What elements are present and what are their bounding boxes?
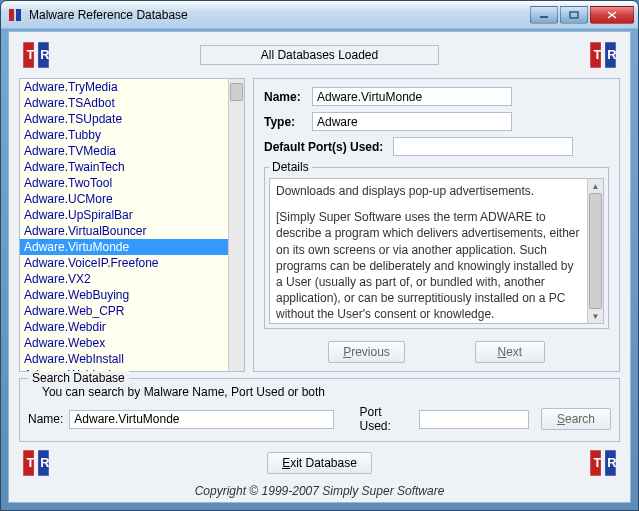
main-content: Adware.TryMediaAdware.TSAdbotAdware.TSUp…	[9, 74, 630, 378]
name-field[interactable]	[312, 87, 512, 106]
maximize-button[interactable]	[560, 6, 588, 24]
logo-bottom-right: TR	[586, 446, 620, 480]
ports-label: Default Port(s) Used:	[264, 140, 383, 154]
logo-top-right: TR	[586, 38, 620, 72]
scroll-down-icon[interactable]: ▼	[588, 309, 603, 323]
copyright-text: Copyright © 1999-2007 Simply Super Softw…	[9, 482, 630, 502]
svg-text:T: T	[593, 455, 601, 470]
previous-button[interactable]: Previous	[328, 341, 405, 363]
svg-rect-2	[540, 16, 548, 18]
list-item[interactable]: Adware.TSUpdate	[20, 111, 228, 127]
client-area: TR All Databases Loaded TR Adware.TryMed…	[8, 31, 631, 503]
close-button[interactable]	[590, 6, 634, 24]
list-item[interactable]: Adware.VX2	[20, 271, 228, 287]
details-textarea[interactable]: Downloads and displays pop-up advertisem…	[270, 179, 587, 323]
svg-rect-3	[570, 12, 578, 18]
window-title: Malware Reference Database	[29, 8, 530, 22]
app-icon	[7, 7, 23, 23]
list-item[interactable]: Adware.Tubby	[20, 127, 228, 143]
list-item[interactable]: Adware.WebBuying	[20, 287, 228, 303]
search-hint: You can search by Malware Name, Port Use…	[42, 385, 611, 399]
svg-text:R: R	[40, 455, 49, 470]
svg-text:R: R	[40, 47, 49, 62]
svg-text:R: R	[607, 455, 616, 470]
app-window: Malware Reference Database TR All Databa…	[0, 0, 639, 511]
status-banner: All Databases Loaded	[200, 45, 439, 65]
search-group: Search Database You can search by Malwar…	[19, 378, 620, 442]
type-label: Type:	[264, 115, 306, 129]
list-item[interactable]: Adware.VirtualBouncer	[20, 223, 228, 239]
window-buttons	[530, 6, 634, 24]
list-item[interactable]: Adware.TVMedia	[20, 143, 228, 159]
list-scrollbar[interactable]	[228, 79, 244, 371]
type-field[interactable]	[312, 112, 512, 131]
malware-listbox[interactable]: Adware.TryMediaAdware.TSAdbotAdware.TSUp…	[20, 79, 228, 371]
details-legend: Details	[269, 160, 312, 174]
search-port-label: Port Used:	[359, 405, 413, 433]
list-item[interactable]: Adware.TwainTech	[20, 159, 228, 175]
detail-pane: Name: Type: Default Port(s) Used: Detail…	[253, 78, 620, 372]
logo-top-left: TR	[19, 38, 53, 72]
titlebar: Malware Reference Database	[1, 1, 638, 29]
malware-list-container: Adware.TryMediaAdware.TSAdbotAdware.TSUp…	[19, 78, 245, 372]
bottom-row: TR Exit Database TR	[9, 446, 630, 482]
list-item[interactable]: Adware.TwoTool	[20, 175, 228, 191]
svg-rect-0	[9, 9, 14, 21]
list-item[interactable]: Adware.UpSpiralBar	[20, 207, 228, 223]
ports-field[interactable]	[393, 137, 573, 156]
exit-button[interactable]: Exit Database	[267, 452, 372, 474]
details-scrollbar-thumb[interactable]	[589, 193, 602, 309]
search-button[interactable]: Search	[541, 408, 611, 430]
list-item[interactable]: Adware.VirtuMonde	[20, 239, 228, 255]
list-item[interactable]: Adware.Webex	[20, 335, 228, 351]
list-scrollbar-thumb[interactable]	[230, 83, 243, 101]
list-item[interactable]: Adware.Web_CPR	[20, 303, 228, 319]
search-name-label: Name:	[28, 412, 63, 426]
svg-text:R: R	[607, 47, 616, 62]
svg-text:T: T	[593, 47, 601, 62]
logo-bottom-left: TR	[19, 446, 53, 480]
name-label: Name:	[264, 90, 306, 104]
scroll-up-icon[interactable]: ▲	[588, 179, 603, 193]
details-scrollbar[interactable]: ▲ ▼	[587, 179, 603, 323]
list-item[interactable]: Adware.UCMore	[20, 191, 228, 207]
details-fieldset: Details Downloads and displays pop-up ad…	[264, 160, 609, 329]
next-button[interactable]: Next	[475, 341, 545, 363]
svg-text:T: T	[26, 47, 34, 62]
search-legend: Search Database	[28, 371, 129, 385]
list-item[interactable]: Adware.Webdir	[20, 319, 228, 335]
list-item[interactable]: Adware.VoiceIP.Freefone	[20, 255, 228, 271]
search-port-input[interactable]	[419, 410, 529, 429]
list-item[interactable]: Adware.WebInstall	[20, 351, 228, 367]
list-item[interactable]: Adware.TSAdbot	[20, 95, 228, 111]
search-name-input[interactable]	[69, 410, 334, 429]
minimize-button[interactable]	[530, 6, 558, 24]
svg-text:T: T	[26, 455, 34, 470]
svg-rect-1	[16, 9, 21, 21]
list-item[interactable]: Adware.TryMedia	[20, 79, 228, 95]
banner-row: TR All Databases Loaded TR	[9, 32, 630, 74]
